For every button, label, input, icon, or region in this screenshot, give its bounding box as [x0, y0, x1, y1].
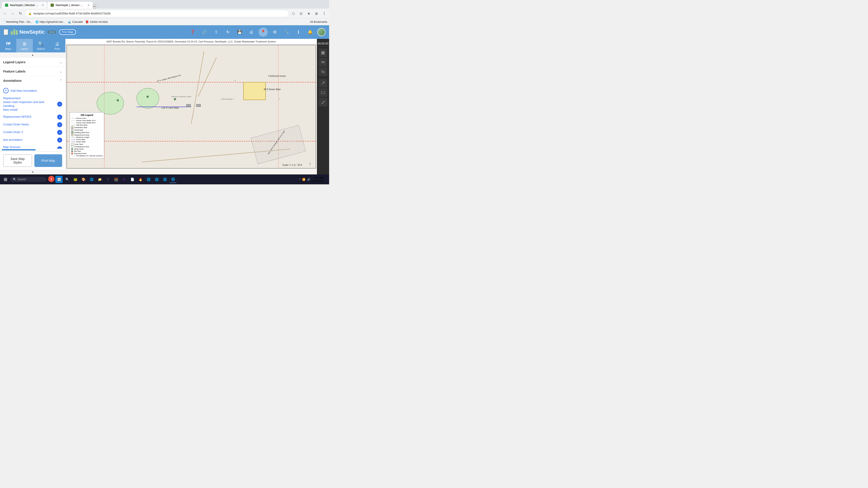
taskbar-clock[interactable]: 1:50 PM 10/31/2024 — [311, 176, 324, 182]
all-bookmarks-link[interactable]: All Bookmarks — [310, 20, 327, 24]
annotation-replacement-npdes[interactable]: Replacement NPDES + — [0, 113, 65, 121]
print-map-button[interactable]: Print Map — [34, 154, 62, 167]
reload-button[interactable]: ↻ — [17, 10, 24, 17]
taskbar-app-1[interactable]: 🪟 — [55, 176, 63, 183]
taskbar-app-active-browser[interactable]: 🌐 — [169, 176, 177, 183]
annotation-curtain-drain-2[interactable]: Curtain Drain 2 + — [0, 129, 65, 136]
tab-member-profile[interactable]: NewSeptic | Member Profile ✕ — [2, 2, 47, 8]
map-container[interactable]: 6697 Boneta Rd, Sharon Township, Parcel … — [66, 39, 317, 174]
menu-button[interactable]: ⋮ — [321, 10, 327, 17]
forward-button[interactable]: → — [9, 10, 16, 17]
section-annotations-header[interactable]: Annotations ⌃ — [0, 76, 65, 85]
tab-close-2[interactable]: ✕ — [88, 4, 90, 7]
taskbar-app-docs[interactable]: 📄 — [129, 176, 136, 183]
tools-button[interactable]: 🔧 — [282, 28, 291, 37]
annotation-add-btn-2[interactable]: + — [57, 115, 62, 120]
print-header-button[interactable]: 🖨 — [247, 28, 256, 37]
tab-jensen-precast[interactable]: NewSeptic | Jensen Precast - La... ✕ — [48, 2, 93, 8]
annotation-test[interactable]: test annotation + — [0, 136, 65, 144]
taskbar-app-frog[interactable]: 🐸 — [72, 176, 79, 183]
taskbar-app-calc[interactable]: 🧮 — [112, 176, 120, 183]
share-button[interactable]: ⇧ — [212, 28, 221, 37]
sidebar-nav: 🗺 Maps ⊞ Layers 🔍 Search 🖨 Print — [0, 39, 65, 53]
taskbar-search[interactable]: 🔍 Search — [10, 177, 46, 182]
logo-bar-3 — [16, 30, 18, 35]
sidebar-item-search[interactable]: 🔍 Search — [33, 39, 49, 53]
logo-bar-2 — [13, 29, 15, 35]
taskbar-date: 10/31/2024 — [311, 180, 324, 182]
external-link-button[interactable]: ⬡ — [290, 10, 297, 17]
save-map-styles-button[interactable]: Save Map Styles — [3, 154, 32, 167]
taskbar-search-icon[interactable]: 🔍 — [64, 176, 71, 183]
sidebar-item-layers[interactable]: ⊞ Layers — [16, 39, 33, 53]
avatar[interactable] — [317, 28, 326, 36]
bookmark-acrobat[interactable]: 📕 Adobe Acrobat — [86, 20, 107, 24]
annotation-add-btn-3[interactable]: + — [57, 122, 62, 127]
taskbar-app-firefox[interactable]: 🔥 — [137, 176, 144, 183]
rt-bars-btn[interactable] — [319, 58, 327, 67]
add-annotation-row[interactable]: + Add New Annotation — [0, 86, 65, 95]
annotation-add-btn-5[interactable]: + — [57, 138, 62, 142]
bookmark-gisadmin[interactable]: 🌐 https://gisadmin.lan... — [35, 20, 65, 24]
extension-button[interactable]: ⊞ — [313, 10, 320, 17]
back-button[interactable]: ← — [2, 10, 8, 17]
layers-icon: ⊞ — [23, 41, 26, 46]
rt-rect-btn[interactable] — [319, 88, 327, 97]
rt-eye-off-btn[interactable] — [319, 68, 327, 76]
map-name-badge[interactable]: First Map — [59, 29, 76, 35]
taskbar-app-paint[interactable]: 🎨 — [80, 176, 87, 183]
scroll-down-button[interactable]: ▼ — [31, 170, 34, 174]
cast-button[interactable]: ⊡ — [298, 10, 304, 17]
section-legend-header[interactable]: Legend Layers ⌄ — [0, 58, 65, 67]
sewer-main-label: 95 ft Sewer Main — [264, 88, 281, 91]
settings-button[interactable]: ⚙ — [270, 28, 279, 37]
notifications-button[interactable]: 🔔 — [306, 28, 315, 37]
rt-pen-btn[interactable] — [319, 98, 327, 106]
tab-close-1[interactable]: ✕ — [42, 4, 44, 7]
feature-labels-title: Feature Labels — [3, 70, 26, 73]
legend-item-pretreat: Pretreatment Tank — [71, 145, 103, 148]
windows-start-button[interactable]: ⊞ — [2, 176, 9, 183]
rt-arrow-btn[interactable] — [319, 79, 327, 88]
address-bar[interactable]: 🔒 landplan.io/map/1ed6356e-fbd8-473d-8d5… — [25, 10, 289, 17]
save-header-button[interactable]: 💾 — [235, 28, 244, 37]
annotation-map-sources[interactable]: Map Sourcesthe data and map information … — [0, 144, 65, 149]
taskbar-app-notification[interactable]: 1 — [48, 176, 55, 182]
feature-chevron: ⌄ — [59, 70, 62, 73]
help-button[interactable]: ❓ — [188, 28, 197, 37]
annotation-add-btn-1[interactable]: + — [57, 102, 62, 107]
legend-item-sewer: Sewer Main — [71, 141, 103, 143]
road-3 — [198, 57, 217, 97]
taskbar-app-chrome1[interactable]: 🌐 — [145, 176, 152, 183]
hamburger-menu[interactable]: ☰ — [4, 29, 8, 35]
bookmark-icon-4: 📕 — [86, 20, 89, 24]
taskbar-app-chrome3[interactable]: 🌐 — [161, 176, 168, 183]
info-button[interactable]: ℹ — [294, 28, 303, 37]
taskbar-app-chrome2[interactable]: 🌐 — [153, 176, 160, 183]
annotation-curtain-drain-notes[interactable]: Curtain Drain Notes + — [0, 121, 65, 129]
taskbar-app-teams[interactable]: T — [104, 176, 112, 183]
sidebar-item-print[interactable]: 🖨 Print — [49, 39, 65, 53]
taskbar-app-web[interactable]: 🌐 — [88, 176, 95, 183]
link-button[interactable]: 🔗 — [200, 28, 209, 37]
annotation-add-btn-4[interactable]: + — [57, 130, 62, 135]
print-label: Print — [55, 47, 60, 50]
show-hidden-icon[interactable]: ^ — [299, 178, 301, 181]
horizontal-scrollbar[interactable] — [2, 149, 36, 151]
taskbar-app-onenote[interactable]: N — [121, 176, 128, 183]
bookmark-cascade[interactable]: 🌊 Cascade — [68, 20, 83, 24]
annotation-replacement-sewer[interactable]: Replacementsewer main inspection and tan… — [0, 95, 65, 113]
taskbar-app-folder[interactable]: 📁 — [96, 176, 103, 183]
annotation-add-btn-6[interactable]: + — [57, 147, 62, 149]
svg-line-6 — [322, 82, 324, 85]
sidebar-item-maps[interactable]: 🗺 Maps — [0, 39, 16, 53]
refresh-button[interactable]: ↻ — [223, 28, 232, 37]
bookmark-button[interactable]: ★ — [306, 10, 312, 17]
legend-item-spray-head: Spray Head — [71, 148, 103, 150]
rt-square-btn[interactable] — [319, 48, 327, 57]
scroll-up-button[interactable]: ▲ — [31, 53, 34, 57]
new-tab-button[interactable]: + — [93, 4, 96, 8]
section-feature-header[interactable]: Feature Labels ⌄ — [0, 67, 65, 76]
location-button[interactable]: 📍 — [258, 28, 268, 37]
bookmark-marketing[interactable]: 📄 Marketing Plan - Go... — [2, 20, 33, 24]
